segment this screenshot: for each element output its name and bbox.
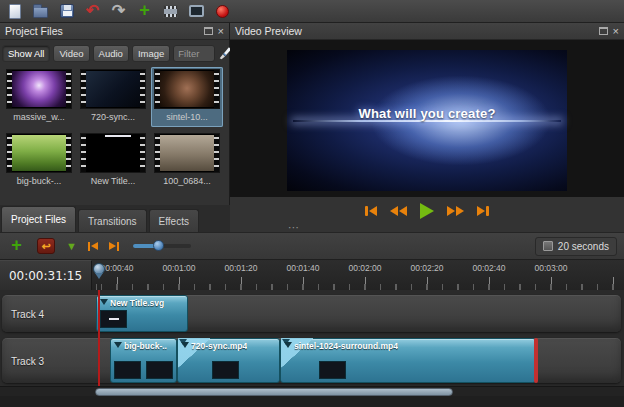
file-item[interactable]: big-buck-... (3, 131, 75, 191)
play-icon (420, 203, 434, 219)
file-thumbnail (6, 69, 72, 109)
dock-tab-bar: Project Files Transitions Effects (0, 205, 230, 232)
tab-transitions[interactable]: Transitions (78, 209, 147, 232)
zoom-level-label: 20 seconds (558, 241, 609, 252)
export-video-button[interactable] (213, 2, 232, 21)
plus-icon: + (11, 236, 22, 254)
snapping-toggle-button[interactable]: ↩ (37, 238, 55, 254)
save-disk-icon (60, 4, 74, 18)
redo-button[interactable]: ↷ (109, 2, 128, 21)
timeline-ruler[interactable]: 00:00:40 00:01:00 00:01:20 00:01:40 00:0… (92, 260, 624, 290)
scrollbar-thumb[interactable] (95, 388, 453, 396)
project-files-panel: Project Files × Show All Video Audio Ima… (0, 23, 230, 205)
timeline-toolbar: + ↩ ▼ 20 seconds (0, 232, 624, 260)
float-panel-icon[interactable] (599, 27, 608, 35)
previous-marker-button[interactable] (88, 242, 98, 251)
clip-menu-icon[interactable] (181, 342, 189, 348)
file-item[interactable]: sintel-10... (151, 67, 223, 127)
timeline-horizontal-scrollbar[interactable] (0, 386, 624, 396)
save-project-button[interactable] (57, 2, 76, 21)
status-bar (0, 396, 624, 407)
zoom-scale-icon (543, 241, 553, 251)
project-files-header: Project Files × (0, 23, 229, 40)
filter-video-button[interactable]: Video (53, 45, 89, 62)
file-item[interactable]: 720-sync... (77, 67, 149, 127)
play-button[interactable] (420, 203, 434, 219)
transport-controls (230, 199, 624, 223)
filter-input[interactable] (173, 45, 215, 62)
ruler-label: 00:02:00 (337, 263, 393, 273)
zoom-slider[interactable] (133, 244, 191, 248)
clip-menu-icon[interactable] (284, 342, 292, 348)
clip-thumbnail (114, 361, 141, 379)
track-label: Track 4 (11, 308, 44, 319)
previous-marker-icon (88, 242, 90, 251)
ruler-label: 00:01:20 (213, 263, 269, 273)
fullscreen-button[interactable] (187, 2, 206, 21)
zoom-level-display[interactable]: 20 seconds (535, 237, 617, 256)
film-strip-icon (163, 5, 178, 18)
folder-icon (33, 7, 48, 18)
open-project-button[interactable] (31, 2, 50, 21)
clip-menu-icon[interactable] (100, 299, 108, 305)
tab-effects[interactable]: Effects (149, 209, 199, 232)
undo-button[interactable]: ↶ (83, 2, 102, 21)
fast-forward-button[interactable] (447, 206, 464, 216)
float-panel-icon[interactable] (204, 27, 213, 35)
file-item[interactable]: 100_0684... (151, 131, 223, 191)
import-files-button[interactable]: + (135, 2, 154, 21)
clip-label: sintel-1024-surround.mp4 (294, 341, 398, 351)
clip-label: New Title.svg (110, 298, 164, 308)
filter-audio-button[interactable]: Audio (93, 45, 129, 62)
clip-menu-icon[interactable] (114, 342, 122, 348)
zoom-slider-handle[interactable] (153, 240, 164, 251)
ruler-label: 00:02:20 (399, 263, 455, 273)
redo-icon: ↷ (112, 3, 125, 19)
new-project-button[interactable] (5, 2, 24, 21)
close-panel-icon[interactable]: × (613, 26, 619, 37)
jump-to-start-button[interactable] (365, 206, 377, 216)
project-files-title: Project Files (5, 25, 63, 37)
ruler-label: 00:02:40 (461, 263, 517, 273)
snap-arrow-icon: ↩ (41, 241, 50, 252)
choose-profile-button[interactable] (161, 2, 180, 21)
add-track-button[interactable]: + (7, 237, 26, 256)
razor-tool-button[interactable]: ▼ (66, 241, 77, 252)
clip-thumbnail (319, 361, 346, 379)
tab-project-files[interactable]: Project Files (1, 206, 76, 232)
rewind-button[interactable] (390, 206, 407, 216)
skip-end-icon (477, 206, 485, 216)
filter-row: Show All Video Audio Image (0, 43, 230, 63)
file-item[interactable]: New Title... (77, 131, 149, 191)
file-name: 100_0684... (151, 176, 223, 186)
file-thumbnail (6, 133, 72, 173)
next-marker-button[interactable] (109, 242, 119, 251)
record-circle-icon (216, 5, 229, 18)
file-item[interactable]: massive_w... (3, 67, 75, 127)
clip-new-title[interactable]: New Title.svg (96, 295, 188, 332)
track-row-4[interactable]: Track 4 (2, 295, 621, 332)
file-name: massive_w... (3, 112, 75, 122)
timeline-tracks-area: Track 4 Track 3 New Title.svg big-buck-.… (0, 290, 624, 386)
close-panel-icon[interactable]: × (218, 26, 224, 37)
file-thumbnail (154, 69, 220, 109)
clip-big-buck[interactable]: big-buck-.. (110, 338, 177, 383)
file-name: New Title... (77, 176, 149, 186)
clip-trim-indicator[interactable] (534, 338, 538, 383)
playhead-handle[interactable] (93, 263, 105, 275)
ruler-label: 00:03:00 (523, 263, 579, 273)
file-thumbnail (80, 133, 146, 173)
clip-thumbnail (212, 361, 239, 379)
video-preview-title: Video Preview (235, 25, 302, 37)
plus-icon: + (139, 1, 150, 19)
filter-image-button[interactable]: Image (132, 45, 170, 62)
playhead-line (98, 290, 100, 386)
video-frame: What will you create? (287, 50, 567, 191)
clip-label: big-buck-.. (124, 341, 167, 351)
skip-start-icon (365, 206, 368, 216)
main-toolbar: ↶ ↷ + (0, 0, 624, 23)
clip-sintel[interactable]: sintel-1024-surround.mp4 (280, 338, 536, 383)
filter-show-all-button[interactable]: Show All (2, 45, 50, 62)
jump-to-end-button[interactable] (477, 206, 489, 216)
file-name: 720-sync... (77, 112, 149, 122)
